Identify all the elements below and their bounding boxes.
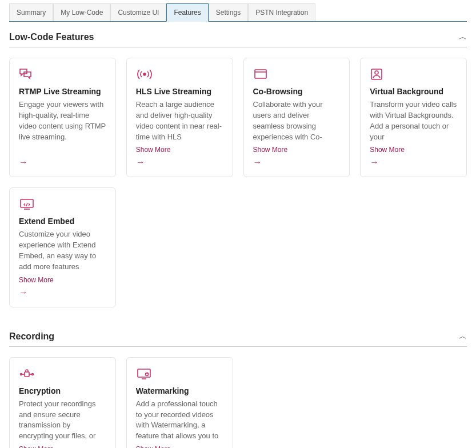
show-more-link[interactable]: Show More — [19, 276, 106, 284]
tab-summary[interactable]: Summary — [9, 3, 53, 21]
card-hls: HLS Live Streaming Reach a large audienc… — [126, 58, 233, 177]
chevron-up-icon[interactable]: ︿ — [459, 331, 467, 342]
svg-rect-1 — [255, 70, 266, 78]
svg-rect-12 — [138, 369, 150, 377]
broadcast-icon — [136, 67, 223, 81]
section-title: Low-Code Features — [9, 32, 94, 42]
svg-rect-7 — [25, 372, 29, 377]
arrow-right-icon[interactable]: → — [136, 157, 223, 167]
tab-features[interactable]: Features — [166, 3, 208, 22]
tab-pstn-integration[interactable]: PSTN Integration — [248, 3, 315, 21]
card-desc: Reach a large audience and deliver high-… — [136, 99, 223, 142]
card-extend-embed: Extend Embed Customize your video experi… — [9, 187, 116, 307]
card-title: Encryption — [19, 386, 106, 395]
card-desc: Protect your recordings and ensure secur… — [19, 399, 106, 442]
embed-icon — [19, 197, 106, 211]
card-desc: Transform your video calls with Virtual … — [370, 99, 457, 142]
window-icon — [253, 67, 341, 81]
arrow-right-icon[interactable]: → — [253, 157, 341, 167]
card-title: Virtual Background — [370, 87, 457, 96]
card-title: Watermarking — [136, 386, 223, 395]
encryption-icon — [19, 367, 106, 381]
show-more-link[interactable]: Show More — [136, 445, 223, 448]
chat-icon — [19, 67, 106, 81]
card-encryption: Encryption Protect your recordings and e… — [9, 357, 116, 448]
card-grid-recording: Encryption Protect your recordings and e… — [9, 357, 467, 448]
tab-settings[interactable]: Settings — [209, 3, 248, 21]
card-desc: Collaborate with your users and deliver … — [253, 99, 341, 142]
show-more-link[interactable]: Show More — [136, 146, 223, 154]
arrow-right-icon[interactable]: → — [19, 287, 106, 298]
card-watermarking: Watermarking Add a professional touch to… — [126, 357, 233, 448]
card-rtmp: RTMP Live Streaming Engage your viewers … — [9, 58, 116, 177]
section-title: Recording — [9, 331, 54, 342]
card-grid-low-code: RTMP Live Streaming Engage your viewers … — [9, 58, 467, 307]
arrow-right-icon[interactable]: → — [370, 157, 457, 167]
card-desc: Engage your viewers with high-quality, r… — [19, 99, 106, 154]
show-more-link[interactable]: Show More — [370, 146, 457, 154]
card-cobrowsing: Co-Browsing Collaborate with your users … — [243, 58, 350, 177]
tab-my-low-code[interactable]: My Low-Code — [53, 3, 110, 21]
show-more-link[interactable]: Show More — [19, 445, 106, 448]
card-desc: Customize your video experience with Ext… — [19, 229, 106, 272]
section-header-recording: Recording ︿ — [9, 321, 467, 347]
card-title: RTMP Live Streaming — [19, 87, 106, 96]
chevron-up-icon[interactable]: ︿ — [459, 32, 467, 42]
arrow-right-icon[interactable]: → — [19, 157, 106, 167]
svg-point-0 — [143, 73, 146, 75]
card-title: HLS Live Streaming — [136, 87, 223, 96]
tab-customize-ui[interactable]: Customize UI — [110, 3, 166, 21]
card-title: Extend Embed — [19, 217, 106, 226]
show-more-link[interactable]: Show More — [253, 146, 341, 154]
watermark-icon — [136, 367, 223, 381]
svg-point-4 — [375, 71, 378, 74]
card-desc: Add a professional touch to your recorde… — [136, 399, 223, 442]
person-icon — [370, 67, 457, 81]
section-header-low-code: Low-Code Features ︿ — [9, 22, 467, 47]
tabs-bar: Summary My Low-Code Customize UI Feature… — [9, 3, 467, 22]
card-title: Co-Browsing — [253, 87, 341, 96]
card-virtual-bg: Virtual Background Transform your video … — [360, 58, 467, 177]
